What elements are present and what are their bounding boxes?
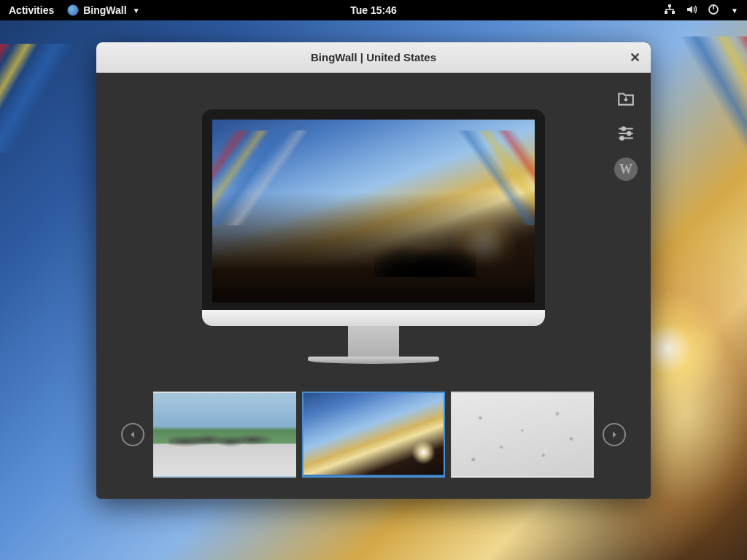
thumbnail-item[interactable] — [451, 392, 594, 478]
thumbnail-item[interactable] — [302, 392, 445, 478]
app-icon — [67, 4, 79, 16]
svg-rect-2 — [672, 11, 675, 14]
monitor-chin — [202, 310, 545, 326]
volume-icon[interactable] — [686, 4, 697, 18]
svg-rect-0 — [668, 4, 671, 7]
svg-point-8 — [627, 132, 630, 135]
thumbnail-list — [153, 392, 594, 478]
svg-rect-1 — [665, 11, 667, 14]
wallpaper-preview-image — [212, 192, 535, 303]
wikipedia-button[interactable]: W — [614, 158, 638, 181]
network-icon[interactable] — [664, 4, 676, 18]
settings-sliders-button[interactable] — [615, 122, 637, 144]
monitor-preview — [202, 109, 545, 364]
titlebar[interactable]: BingWall | United States ✕ — [96, 42, 651, 73]
app-menu-label: BingWall — [83, 4, 126, 16]
activities-button[interactable]: Activities — [9, 4, 54, 16]
thumbnail-item[interactable] — [153, 392, 296, 478]
power-icon[interactable] — [708, 4, 719, 18]
download-folder-button[interactable] — [615, 88, 637, 109]
svg-point-10 — [620, 136, 623, 139]
clock[interactable]: Tue 15:46 — [350, 4, 397, 16]
close-button[interactable]: ✕ — [627, 50, 642, 65]
gnome-top-bar: Activities BingWall ▼ Tue 15:46 ▼ — [0, 0, 747, 20]
window-body: W — [96, 73, 651, 499]
app-menu[interactable]: BingWall ▼ — [67, 4, 139, 16]
chevron-down-icon: ▼ — [133, 7, 140, 15]
monitor-base — [308, 357, 439, 364]
window-title: BingWall | United States — [311, 51, 436, 63]
monitor-frame — [202, 109, 545, 324]
side-toolbar: W — [614, 88, 638, 181]
next-button[interactable] — [603, 423, 626, 446]
monitor-screen — [212, 120, 535, 303]
svg-point-6 — [622, 127, 625, 130]
wikipedia-icon: W — [619, 162, 632, 177]
monitor-stand — [348, 326, 399, 357]
previous-button[interactable] — [121, 423, 144, 446]
system-menu-caret[interactable]: ▼ — [731, 7, 738, 15]
bingwall-window: BingWall | United States ✕ W — [96, 42, 651, 499]
thumbnail-carousel — [140, 392, 607, 478]
